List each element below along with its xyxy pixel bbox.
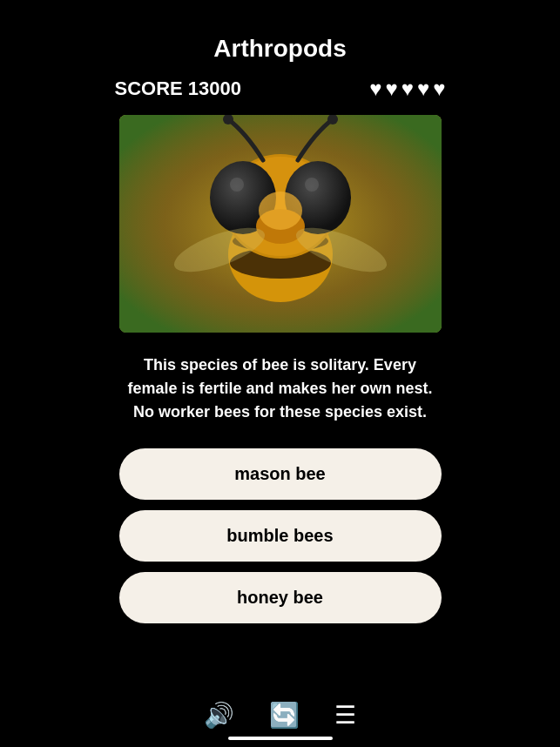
answer-honey-bee[interactable]: honey bee [119, 572, 442, 623]
question-image [119, 115, 442, 333]
home-indicator [228, 737, 333, 740]
heart-3: ♥ [401, 77, 414, 101]
heart-5: ♥ [433, 77, 445, 101]
page-title: Arthropods [213, 35, 346, 63]
score-display: SCORE 13000 [115, 77, 242, 100]
svg-point-14 [259, 192, 302, 230]
answer-bumble-bees[interactable]: bumble bees [119, 510, 442, 562]
heart-1: ♥ [369, 77, 381, 101]
heart-2: ♥ [386, 77, 398, 101]
sound-icon[interactable]: 🔊 [204, 701, 234, 730]
answer-buttons-container: mason bee bumble bees honey bee [119, 448, 442, 623]
refresh-icon[interactable]: 🔄 [269, 701, 300, 730]
answer-mason-bee[interactable]: mason bee [119, 448, 442, 500]
svg-point-10 [305, 178, 319, 192]
heart-4: ♥ [417, 77, 429, 101]
question-description: This species of bee is solitary. Every f… [119, 353, 442, 424]
score-row: SCORE 13000 ♥ ♥ ♥ ♥ ♥ [115, 77, 446, 101]
svg-point-9 [230, 178, 244, 192]
hearts-display: ♥ ♥ ♥ ♥ ♥ [369, 77, 445, 101]
bottom-toolbar: 🔊 🔄 ☰ [0, 701, 560, 747]
menu-icon[interactable]: ☰ [334, 701, 356, 730]
